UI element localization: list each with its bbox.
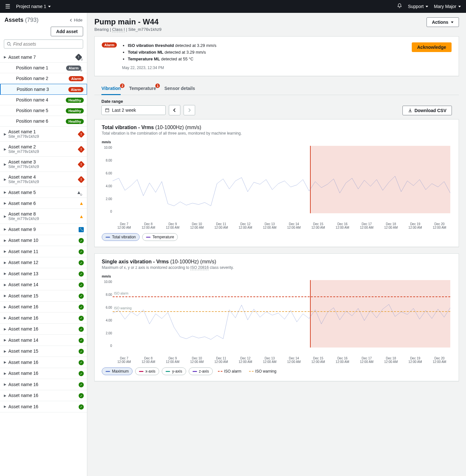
tree-item[interactable]: ▶Asset name 3Site_m776v1khz9! xyxy=(0,157,87,172)
alarm-badge: Alarm xyxy=(102,42,117,48)
tree-item[interactable]: ▶Asset name 16✓ xyxy=(0,324,87,335)
user-menu[interactable]: Mary Major xyxy=(434,4,461,9)
tree-item[interactable]: ▶Asset name 16✓ xyxy=(0,313,87,324)
alarm-timestamp: May 22, 2023, 12:34 PM xyxy=(122,66,216,70)
tab-vibration[interactable]: Vibration2 xyxy=(101,82,121,95)
chart-panel: Single axis vibration - Vrms (10-1000Hz)… xyxy=(94,253,459,381)
tree-item[interactable]: ▶Asset name 2Site_m776v1khz9! xyxy=(0,142,87,157)
tree-item[interactable]: ▶Asset name 16✓ xyxy=(0,401,87,412)
chevron-down-icon xyxy=(48,6,51,7)
tree-item[interactable]: ▶Asset name 16✓ xyxy=(0,379,87,390)
prev-button[interactable] xyxy=(169,105,180,115)
tree-item[interactable]: ▶Asset name 16✓ xyxy=(0,368,87,379)
controls-bar: Date range Last 2 week Download CSV xyxy=(94,95,459,119)
date-range-label: Date range xyxy=(101,99,195,104)
sidebar: Assets (793) Hide Add asset ▶Asset name … xyxy=(0,13,87,476)
chevron-down-icon xyxy=(451,22,453,23)
chart-title: Total vibration - Vrms (10-1000Hz) (mm/s… xyxy=(102,125,452,130)
tree-item[interactable]: ▶Asset name 9🔧 xyxy=(0,224,87,235)
chart-desc: Maximum of x, y or z axis is monitored a… xyxy=(102,265,452,270)
asset-tree: ▶Asset name 7!⊙Position name 1Alarm⊗Posi… xyxy=(0,52,87,476)
tree-item[interactable]: ▶Asset name 6▲ xyxy=(0,198,87,209)
chevron-left-icon xyxy=(69,19,73,22)
legend-item[interactable]: Maximum xyxy=(102,367,133,375)
project-selector[interactable]: Project name 1 xyxy=(16,4,51,9)
search-icon xyxy=(7,42,11,46)
search-input[interactable] xyxy=(4,40,83,48)
tree-item[interactable]: ▶Asset name 13✓ xyxy=(0,268,87,279)
tree-item[interactable]: ▶Asset name 11✓ xyxy=(0,246,87,257)
tree-item[interactable]: Position name 3Alarm xyxy=(0,84,87,95)
tree-item[interactable]: ▶Asset name 10✓ xyxy=(0,235,87,246)
chart-panel: Total vibration - Vrms (10-1000Hz) (mm/s… xyxy=(94,119,459,247)
chart-title: Single axis vibration - Vrms (10-1000Hz)… xyxy=(102,259,452,265)
page-title: Pump main - W44 xyxy=(94,17,161,26)
menu-icon[interactable]: ☰ xyxy=(5,3,10,10)
legend-item[interactable]: y-axis xyxy=(162,367,186,375)
tree-item[interactable]: ▶Asset name 14✓ xyxy=(0,279,87,291)
svg-rect-2 xyxy=(106,109,109,112)
svg-point-0 xyxy=(7,42,10,45)
chevron-left-icon xyxy=(173,108,176,112)
chart-desc: Total vibration is the combination of al… xyxy=(102,131,452,136)
main-content: Pump main - W44 Bearing | Class I | Site… xyxy=(87,13,466,476)
search-field[interactable] xyxy=(13,41,80,47)
actions-button[interactable]: Actions xyxy=(427,17,459,27)
tree-item[interactable]: Position name 5Healthy xyxy=(0,105,87,116)
tree-item[interactable]: Position name 4Healthy xyxy=(0,95,87,105)
legend-item[interactable]: Temperature xyxy=(142,233,178,241)
add-asset-button[interactable]: Add asset xyxy=(51,27,83,36)
alarm-list: ISO vibration threshold detected at 3.29… xyxy=(122,42,216,62)
support-menu[interactable]: Support xyxy=(408,4,428,9)
tree-item[interactable]: ▶Asset name 15✓ xyxy=(0,290,87,302)
tree-item[interactable]: ▶Asset name 8Site_m776v1khz9▲ xyxy=(0,209,87,224)
next-button xyxy=(184,105,195,115)
download-csv-button[interactable]: Download CSV xyxy=(402,106,452,115)
project-name: Project name 1 xyxy=(16,4,46,9)
alarm-panel: Alarm ISO vibration threshold detected a… xyxy=(94,36,459,76)
date-range-select[interactable]: Last 2 week xyxy=(101,105,166,115)
calendar-icon xyxy=(105,108,109,112)
hide-button[interactable]: Hide xyxy=(69,18,82,22)
tree-item[interactable]: ▶Asset name 16✓ xyxy=(0,302,87,313)
sidebar-title: Assets (793) xyxy=(4,17,39,23)
acknowledge-button[interactable]: Acknowledge xyxy=(412,42,452,52)
tree-item[interactable]: ▶Asset name 4Site_m776v1khz9! xyxy=(0,172,87,187)
tree-item[interactable]: ▶Asset name 14✓ xyxy=(0,335,87,346)
breadcrumb: Bearing | Class I | Site_m776v1khz9 xyxy=(94,27,161,32)
legend-item: ISO alarm xyxy=(215,367,244,375)
bell-icon[interactable] xyxy=(397,3,402,10)
legend-item[interactable]: z-axis xyxy=(189,367,213,375)
legend-item[interactable]: x-axis xyxy=(135,367,159,375)
chevron-down-icon xyxy=(458,6,461,7)
tree-item[interactable]: ▶Asset name 7!⊙ xyxy=(0,52,87,63)
tree-item[interactable]: ▶Asset name 5▲⊙ xyxy=(0,187,87,198)
tree-item[interactable]: Position name 2Alarm xyxy=(0,73,87,84)
tab-temperature[interactable]: Temperature1 xyxy=(129,82,156,95)
tree-item[interactable]: Position name 6Healthy xyxy=(0,116,87,127)
tab-sensor-details[interactable]: Sensor details xyxy=(164,82,195,95)
legend-item: ISO warning xyxy=(246,367,279,375)
tree-item[interactable]: Position name 1Alarm⊗ xyxy=(0,63,87,73)
chevron-down-icon xyxy=(426,6,428,7)
tree-item[interactable]: ▶Asset name 1Site_m776v1khz9! xyxy=(0,127,87,142)
tabs: Vibration2Temperature1Sensor details xyxy=(94,82,459,95)
tree-item[interactable]: ▶Asset name 16✓ xyxy=(0,357,87,368)
download-icon xyxy=(408,108,412,113)
topbar: ☰ Project name 1 Support Mary Major xyxy=(0,0,466,13)
chevron-right-icon xyxy=(188,108,191,112)
svg-line-1 xyxy=(10,45,11,46)
legend-item[interactable]: Total vibration xyxy=(102,233,140,241)
tree-item[interactable]: ▶Asset name 15✓ xyxy=(0,346,87,357)
tree-item[interactable]: ▶Asset name 16✓ xyxy=(0,390,87,401)
tree-item[interactable]: ▶Asset name 12✓ xyxy=(0,257,87,269)
